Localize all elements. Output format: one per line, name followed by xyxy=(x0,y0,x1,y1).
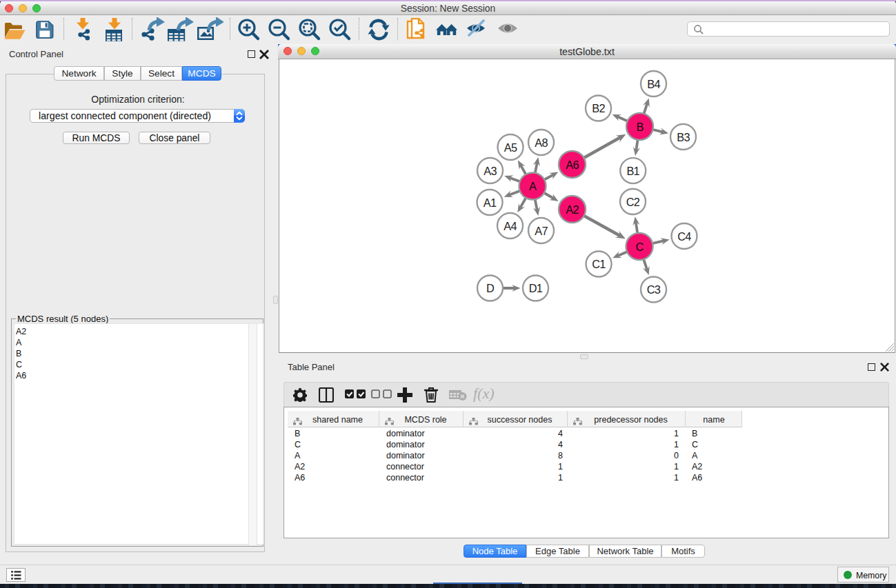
svg-text:B2: B2 xyxy=(592,102,605,114)
svg-text:C2: C2 xyxy=(626,196,640,208)
svg-text:C: C xyxy=(635,241,644,253)
svg-text:B1: B1 xyxy=(626,165,639,177)
svg-text:B4: B4 xyxy=(647,78,660,90)
svg-text:C1: C1 xyxy=(592,258,606,270)
svg-text:C3: C3 xyxy=(647,283,661,296)
svg-text:D: D xyxy=(486,282,494,294)
svg-text:D1: D1 xyxy=(529,282,543,294)
svg-text:C4: C4 xyxy=(677,230,691,243)
svg-text:A8: A8 xyxy=(535,136,548,149)
svg-text:A6: A6 xyxy=(566,159,579,171)
svg-text:A5: A5 xyxy=(504,141,517,154)
svg-text:B3: B3 xyxy=(677,131,690,143)
svg-text:A1: A1 xyxy=(484,196,497,209)
svg-text:A3: A3 xyxy=(484,165,497,177)
svg-text:B: B xyxy=(636,121,643,133)
svg-text:A: A xyxy=(529,180,537,192)
svg-text:A4: A4 xyxy=(504,220,517,232)
svg-text:A2: A2 xyxy=(566,203,579,216)
svg-text:A7: A7 xyxy=(535,225,548,237)
